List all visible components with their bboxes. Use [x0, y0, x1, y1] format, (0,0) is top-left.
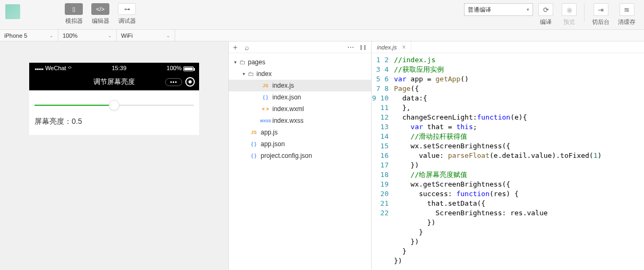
simulator-pane: WeChat ⌔ 15:39 100% 调节屏幕亮度 ••• 屏幕亮度：0.5 — [0, 41, 228, 270]
file-project-config[interactable]: { }project.config.json — [229, 150, 371, 162]
file-label: index.wxml — [272, 105, 304, 113]
file-tree: ▾🗀pages ▾🗀index JSindex.js { }index.json… — [229, 53, 371, 165]
chevron-down-icon: ⌄ — [49, 33, 54, 38]
json-icon: { } — [260, 95, 271, 100]
more-icon[interactable]: ⋯ — [347, 43, 354, 51]
clear-cache-label: 清缓存 — [618, 18, 636, 26]
slider-fill — [35, 105, 114, 106]
eye-icon: ◉ — [562, 3, 577, 16]
file-label: index.wxss — [272, 117, 304, 124]
file-label: app.json — [261, 140, 285, 148]
file-label: index.json — [272, 94, 301, 101]
explorer-head: + ⌕ ⋯ ⫿⫿ — [229, 41, 371, 53]
code-area[interactable]: 1 2 3 4 5 6 7 8 9 10 11 12 13 14 15 16 1… — [372, 53, 644, 266]
network-select[interactable]: WiFi ⌄ — [117, 30, 175, 41]
background-button[interactable]: ⇥ 切后台 — [589, 3, 613, 26]
add-file-button[interactable]: + — [233, 43, 237, 52]
background-label: 切后台 — [592, 18, 609, 26]
preview-label: 预览 — [563, 18, 575, 26]
source-code[interactable]: //index.js //获取应用实例 var app = getApp() P… — [394, 55, 644, 266]
tab-index-js[interactable]: index.js × — [372, 41, 411, 53]
brightness-value-label: 屏幕亮度：0.5 — [35, 117, 194, 126]
simulator-subbar: iPhone 5 ⌄ 100% ⌄ WiFi ⌄ — [0, 30, 644, 41]
compile-mode-label: 普通编译 — [468, 6, 491, 14]
chevron-down-icon: ⌄ — [166, 33, 170, 38]
editor-tabs: index.js × — [372, 41, 644, 53]
user-avatar[interactable] — [5, 4, 20, 19]
menu-button[interactable]: ••• — [165, 78, 182, 86]
main-toolbar: ▯ 模拟器 </> 编辑器 ⊶ 调试器 普通编译 ▾ ⟳ 编译 ◉ 预览 ⇥ — [0, 0, 644, 30]
file-label: app.js — [261, 129, 278, 136]
folder-index[interactable]: ▾🗀index — [229, 68, 371, 80]
editor-label: 编辑器 — [92, 17, 109, 25]
file-index-js[interactable]: JSindex.js — [229, 80, 371, 91]
network-label: WiFi — [121, 32, 133, 39]
code-icon: </> — [91, 3, 109, 15]
main-area: WeChat ⌔ 15:39 100% 调节屏幕亮度 ••• 屏幕亮度：0.5 — [0, 41, 644, 270]
battery-group: 100% — [167, 65, 194, 71]
wxml-icon: < > — [260, 106, 271, 112]
folder-icon: 🗀 — [239, 58, 246, 66]
js-icon: JS — [260, 83, 271, 88]
file-app-js[interactable]: JSapp.js — [229, 126, 371, 138]
stack-icon: ≋ — [620, 3, 634, 16]
wifi-icon: ⌔ — [68, 65, 72, 71]
simulator-label: 模拟器 — [65, 17, 83, 25]
file-label: project.config.json — [261, 152, 312, 159]
file-explorer: + ⌕ ⋯ ⫿⫿ ▾🗀pages ▾🗀index JSindex.js { }i… — [228, 41, 372, 270]
file-index-json[interactable]: { }index.json — [229, 91, 371, 103]
simulator-button[interactable]: ▯ 模拟器 — [63, 3, 85, 25]
battery-icon — [183, 66, 194, 71]
chevron-down-icon: ⌄ — [108, 33, 112, 38]
separator — [584, 3, 585, 22]
device-select[interactable]: iPhone 5 ⌄ — [0, 30, 58, 41]
refresh-icon: ⟳ — [538, 3, 553, 16]
toolbar-right: 普通编译 ▾ ⟳ 编译 ◉ 预览 ⇥ 切后台 ≋ 清缓存 — [464, 3, 639, 26]
carrier-label: WeChat ⌔ — [35, 65, 72, 71]
folder-label: index — [256, 70, 272, 78]
preview-button[interactable]: ◉ 预览 — [559, 3, 580, 26]
search-icon[interactable]: ⌕ — [245, 43, 249, 52]
phone-frame: WeChat ⌔ 15:39 100% 调节屏幕亮度 ••• 屏幕亮度：0.5 — [29, 63, 199, 135]
compile-button[interactable]: ⟳ 编译 — [535, 3, 556, 26]
phone-icon: ▯ — [65, 3, 83, 15]
chevron-down-icon: ▾ — [527, 7, 529, 12]
split-icon[interactable]: ⫿⫿ — [359, 43, 367, 51]
page-title: 调节屏幕亮度 — [93, 77, 135, 87]
close-icon[interactable]: × — [402, 44, 406, 51]
view-switcher: ▯ 模拟器 </> 编辑器 ⊶ 调试器 — [63, 3, 138, 25]
brightness-slider[interactable] — [35, 99, 194, 112]
file-index-wxss[interactable]: WXSSindex.wxss — [229, 115, 371, 126]
background-icon: ⇥ — [594, 3, 608, 16]
device-label: iPhone 5 — [4, 32, 27, 39]
line-gutter: 1 2 3 4 5 6 7 8 9 10 11 12 13 14 15 16 1… — [372, 55, 394, 266]
debugger-label: 调试器 — [118, 17, 136, 25]
compile-label: 编译 — [540, 18, 552, 26]
close-mp-button[interactable] — [185, 77, 195, 87]
folder-icon: 🗀 — [248, 70, 254, 78]
editor-button[interactable]: </> 编辑器 — [89, 3, 111, 25]
file-index-wxml[interactable]: < >index.wxml — [229, 103, 371, 115]
compile-mode-select[interactable]: 普通编译 ▾ — [464, 3, 533, 16]
folder-label: pages — [248, 58, 265, 66]
wxss-icon: WXSS — [260, 119, 271, 123]
phone-navbar: 调节屏幕亮度 ••• — [29, 73, 199, 90]
time-label: 15:39 — [112, 65, 127, 71]
bug-icon: ⊶ — [118, 3, 136, 15]
debugger-button[interactable]: ⊶ 调试器 — [116, 3, 138, 25]
json-icon: { } — [248, 153, 260, 158]
file-app-json[interactable]: { }app.json — [229, 138, 371, 150]
phone-statusbar: WeChat ⌔ 15:39 100% — [29, 63, 199, 73]
folder-pages[interactable]: ▾🗀pages — [229, 56, 371, 68]
clear-cache-button[interactable]: ≋ 清缓存 — [615, 3, 639, 26]
phone-body: 屏幕亮度：0.5 — [29, 90, 199, 135]
js-icon: JS — [248, 130, 260, 135]
zoom-select[interactable]: 100% ⌄ — [58, 30, 117, 41]
file-label: index.js — [272, 82, 294, 89]
json-icon: { } — [248, 141, 260, 147]
tab-label: index.js — [377, 44, 397, 50]
slider-thumb[interactable] — [109, 100, 119, 111]
zoom-label: 100% — [63, 32, 78, 39]
code-editor: index.js × 1 2 3 4 5 6 7 8 9 10 11 12 13… — [372, 41, 644, 270]
